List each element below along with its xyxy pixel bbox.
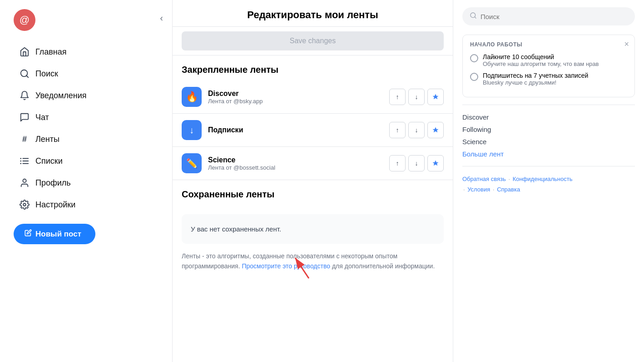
feed-name-subscriptions: Подписки bbox=[208, 126, 383, 134]
search-icon-right bbox=[470, 12, 477, 21]
profile-icon bbox=[19, 177, 30, 188]
feed-icon-science: ✏️ bbox=[182, 153, 202, 173]
feed-name-science: Science bbox=[208, 156, 383, 164]
guide-link[interactable]: Просмотрите это руководство bbox=[242, 262, 330, 270]
bell-icon bbox=[19, 90, 30, 101]
search-bar bbox=[462, 7, 635, 25]
feed-up-button-subscriptions[interactable]: ↑ bbox=[389, 122, 406, 138]
feed-down-button-science[interactable]: ↓ bbox=[408, 155, 425, 171]
feedback-link[interactable]: Обратная связь bbox=[462, 176, 506, 182]
sidebar-item-settings[interactable]: Настройки bbox=[14, 195, 159, 215]
right-feed-link-science[interactable]: Science bbox=[462, 137, 635, 146]
help-link[interactable]: Справка bbox=[497, 186, 520, 193]
feed-pin-button-science[interactable] bbox=[427, 155, 444, 171]
save-changes-bar: Save changes bbox=[173, 27, 453, 55]
pinned-section-title: Закрепленные ленты bbox=[173, 55, 453, 80]
feed-actions-subscriptions: ↑ ↓ bbox=[389, 122, 444, 138]
svg-point-8 bbox=[23, 179, 26, 182]
chat-icon bbox=[19, 112, 30, 123]
feed-sub-science: Лента от @bossett.social bbox=[208, 164, 383, 171]
feed-info-science: Science Лента от @bossett.social bbox=[208, 156, 383, 171]
feed-actions-discover: ↑ ↓ bbox=[389, 89, 444, 105]
onboarding-item-1: Подпишитесь на 7 учетных записей Bluesky… bbox=[470, 72, 627, 86]
sidebar-item-home-label: Главная bbox=[35, 47, 67, 57]
svg-line-1 bbox=[26, 75, 28, 77]
svg-point-5 bbox=[20, 158, 21, 159]
sidebar-item-profile[interactable]: Профиль bbox=[14, 173, 159, 193]
onboarding-title: НАЧАЛО РАБОТЫ bbox=[470, 41, 627, 48]
sidebar-item-notifications-label: Уведомления bbox=[35, 91, 87, 101]
app-logo: @ bbox=[14, 9, 35, 31]
onboarding-text-1: Подпишитесь на 7 учетных записей bbox=[483, 72, 588, 79]
sidebar-item-profile-label: Профиль bbox=[35, 178, 71, 188]
feed-info-discover: Discover Лента от @bsky.app bbox=[208, 90, 383, 105]
terms-link[interactable]: Условия bbox=[467, 186, 490, 193]
sidebar-item-notifications[interactable]: Уведомления bbox=[14, 85, 159, 106]
feed-up-button-discover[interactable]: ↑ bbox=[389, 89, 406, 105]
svg-point-6 bbox=[20, 161, 21, 162]
new-post-label: Новый пост bbox=[35, 230, 81, 239]
svg-point-7 bbox=[20, 163, 21, 164]
saved-empty-message: У вас нет сохраненных лент. bbox=[182, 214, 444, 244]
sidebar-item-chat-label: Чат bbox=[35, 113, 49, 122]
edit-icon bbox=[25, 229, 32, 239]
feed-item-science: ✏️ Science Лента от @bossett.social ↑ ↓ bbox=[173, 147, 453, 180]
feed-pin-button-discover[interactable] bbox=[427, 89, 444, 105]
feed-icon-subscriptions: ↓ bbox=[182, 120, 202, 140]
right-sidebar: НАЧАЛО РАБОТЫ × Лайкните 10 сообщений Об… bbox=[453, 0, 644, 362]
svg-line-12 bbox=[475, 17, 476, 18]
onboarding-close-button[interactable]: × bbox=[624, 40, 629, 49]
onboarding-circle-1 bbox=[470, 73, 478, 81]
feed-item-discover: 🔥 Discover Лента от @bsky.app ↑ ↓ bbox=[173, 80, 453, 114]
feed-up-button-science[interactable]: ↑ bbox=[389, 155, 406, 171]
sidebar-item-search[interactable]: Поиск bbox=[14, 64, 159, 84]
sidebar-item-lists[interactable]: Списки bbox=[14, 151, 159, 171]
right-feed-link-more[interactable]: Больше лент bbox=[462, 149, 635, 159]
feeds-icon: # bbox=[19, 134, 30, 145]
right-feed-link-discover[interactable]: Discover bbox=[462, 112, 635, 122]
sidebar-item-chat[interactable]: Чат bbox=[14, 107, 159, 127]
sidebar-item-feeds-label: Ленты bbox=[35, 135, 59, 144]
search-input[interactable] bbox=[481, 13, 628, 20]
sidebar-item-search-label: Поиск bbox=[35, 69, 58, 79]
feeds-description: Ленты - это алгоритмы, созданные пользов… bbox=[182, 251, 444, 272]
onboarding-section: НАЧАЛО РАБОТЫ × Лайкните 10 сообщений Об… bbox=[462, 35, 635, 97]
svg-point-9 bbox=[23, 203, 26, 206]
new-post-button[interactable]: Новый пост bbox=[14, 224, 95, 244]
settings-icon bbox=[19, 199, 30, 210]
onboarding-text-0: Лайкните 10 сообщений bbox=[483, 53, 599, 60]
feed-down-button-discover[interactable]: ↓ bbox=[408, 89, 425, 105]
home-icon bbox=[19, 46, 30, 57]
sidebar-nav: Главная Поиск Уведомления Чат # Ленты bbox=[14, 42, 159, 215]
saved-section-title: Сохраненные ленты bbox=[173, 180, 453, 205]
page-title: Редактировать мои ленты bbox=[173, 0, 453, 27]
onboarding-sub-0: Обучите наш алгоритм тому, что вам нрав bbox=[483, 60, 599, 67]
footer-links: Обратная связь · Конфиденциальность · Ус… bbox=[462, 174, 635, 195]
feeds-links-list: Discover Following Science Больше лент bbox=[462, 112, 635, 159]
feed-info-subscriptions: Подписки bbox=[208, 126, 383, 134]
save-changes-button[interactable]: Save changes bbox=[182, 31, 444, 50]
sidebar-item-home[interactable]: Главная bbox=[14, 42, 159, 62]
feed-sub-discover: Лента от @bsky.app bbox=[208, 98, 383, 105]
onboarding-item-0: Лайкните 10 сообщений Обучите наш алгори… bbox=[470, 53, 627, 67]
feed-icon-discover: 🔥 bbox=[182, 87, 202, 107]
search-icon bbox=[19, 68, 30, 79]
lists-icon bbox=[19, 156, 30, 166]
main-content: Редактировать мои ленты Save changes Зак… bbox=[173, 0, 453, 362]
collapse-button[interactable]: ‹ bbox=[160, 13, 163, 23]
sidebar-item-feeds[interactable]: # Ленты bbox=[14, 129, 159, 149]
right-feed-link-following[interactable]: Following bbox=[462, 125, 635, 134]
divider bbox=[462, 105, 635, 105]
feed-actions-science: ↑ ↓ bbox=[389, 155, 444, 171]
feed-name-discover: Discover bbox=[208, 90, 383, 98]
feed-item-subscriptions: ↓ Подписки ↑ ↓ bbox=[173, 114, 453, 147]
feed-down-button-subscriptions[interactable]: ↓ bbox=[408, 122, 425, 138]
privacy-link[interactable]: Конфиденциальность bbox=[513, 176, 573, 182]
saved-section: У вас нет сохраненных лент. Ленты - это … bbox=[173, 205, 453, 281]
feed-pin-button-subscriptions[interactable] bbox=[427, 122, 444, 138]
onboarding-circle-0 bbox=[470, 54, 478, 62]
divider-2 bbox=[462, 166, 635, 166]
onboarding-sub-1: Bluesky лучше с друзьями! bbox=[483, 79, 588, 86]
sidebar-item-lists-label: Списки bbox=[35, 156, 63, 166]
sidebar-item-settings-label: Настройки bbox=[35, 200, 75, 210]
